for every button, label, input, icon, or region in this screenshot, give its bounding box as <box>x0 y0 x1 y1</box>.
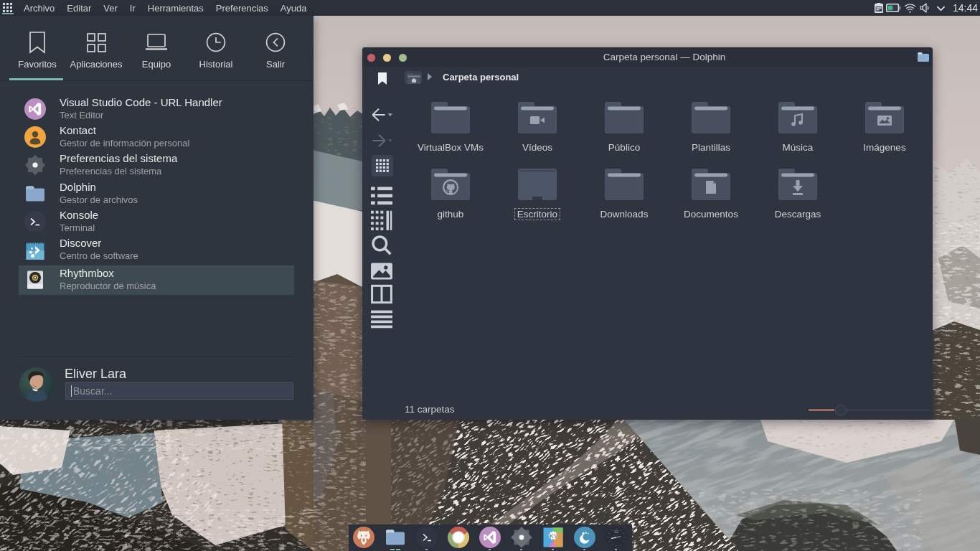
svg-text:KV: KV <box>550 533 558 540</box>
